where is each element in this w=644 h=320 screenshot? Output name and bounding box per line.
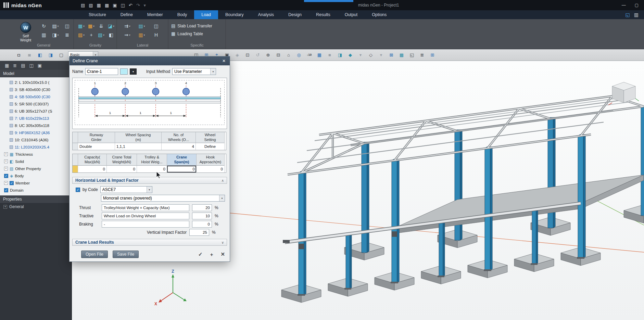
measure-icon[interactable]: ◈	[233, 51, 241, 59]
table-cell[interactable]: Double	[78, 143, 115, 150]
tree-item-section[interactable]: 10: C310X45 (A36)	[1, 136, 72, 143]
monitor-icon[interactable]: ⊞	[429, 51, 436, 59]
list-icon[interactable]: ≣	[418, 51, 426, 59]
param-value-input[interactable]: 10	[192, 213, 212, 219]
wire-drop-icon[interactable]: ▾	[377, 51, 385, 59]
undo-icon[interactable]: ↶	[129, 3, 132, 8]
tree-item-section[interactable]: 11: L203X203X25.4	[1, 143, 72, 151]
clip-icon[interactable]: ⊟	[275, 51, 282, 59]
tree-item-section[interactable]: 4: SB 500x500 (C30	[1, 93, 72, 100]
prestress-load-icon[interactable]: ▨▾	[77, 31, 86, 39]
section-crane-load-results[interactable]: Crane Load Results ∨	[72, 239, 227, 246]
tab-define[interactable]: Define	[113, 10, 140, 19]
response-spectrum-icon[interactable]: ◫	[149, 22, 163, 30]
param-description-input[interactable]: Trolley/Hoist Weight + Capacity (Max)	[102, 204, 189, 211]
construction-stage-icon[interactable]: ▥	[38, 31, 49, 39]
tab-options[interactable]: Options	[365, 10, 394, 19]
view-drop-icon[interactable]: ▾	[357, 51, 364, 59]
load-table-icon[interactable]: ≣	[62, 31, 73, 39]
input-method-select[interactable]: Use Parameter ▾	[172, 68, 216, 75]
loading-table-button[interactable]: ▦ Loading Table	[171, 30, 226, 38]
redo-icon[interactable]: ↷	[136, 3, 140, 8]
table-cell[interactable]: Define	[196, 143, 225, 150]
tree-item-section[interactable]: 9: HP360X152 (A36	[1, 129, 72, 136]
param-description-input[interactable]: -	[102, 221, 189, 228]
wireframe-icon[interactable]: ◇	[367, 51, 375, 59]
display-option-icon[interactable]: ⊠	[388, 51, 395, 59]
expand-icon[interactable]: +	[3, 205, 7, 209]
dynamic-load-icon[interactable]: +	[87, 31, 96, 39]
checkbox-checked-icon[interactable]: ✓	[10, 181, 14, 185]
tab-member[interactable]: Member	[140, 10, 170, 19]
save-all-icon[interactable]: ▩	[105, 3, 109, 8]
tag-icon[interactable]: ⊡	[244, 51, 251, 59]
code-select[interactable]: ASCE7 ▾	[100, 186, 152, 193]
tree-node[interactable]: + ◧ Solid	[1, 158, 72, 165]
report-icon[interactable]: ◫	[29, 63, 34, 68]
tree-item-section[interactable]: 8: UC 305x305x118	[1, 122, 72, 129]
solid-view-icon[interactable]: ■	[326, 51, 333, 59]
table-cell[interactable]: 0	[78, 166, 107, 172]
slab-load-transfer-button[interactable]: ▤ Slab Load Transfer	[171, 22, 226, 30]
material-view-icon[interactable]: ◆	[346, 51, 354, 59]
load-combo-icon[interactable]: ◫	[62, 22, 73, 30]
tree-item-section[interactable]: 7: UB 610x229x113	[1, 115, 72, 122]
section-horizontal-load[interactable]: Horizontal Load & Impact Factor ∧	[72, 177, 227, 184]
expand-icon[interactable]: +	[4, 152, 8, 156]
param-value-input[interactable]: 20	[192, 204, 212, 211]
iso-view-icon[interactable]: ◧	[36, 51, 44, 59]
tab-output[interactable]: Output	[338, 10, 365, 19]
export-icon[interactable]: ◫	[121, 3, 125, 8]
moving-load-icon[interactable]: ◨▾	[50, 31, 61, 39]
save-icon[interactable]: ▦	[97, 3, 101, 8]
load-case-icon[interactable]: ▤▾	[50, 22, 61, 30]
scale-icon[interactable]: ↓10	[305, 51, 313, 59]
table-cell[interactable]: 1,1,1	[115, 143, 162, 150]
flag-icon[interactable]: ⊕	[264, 51, 272, 59]
tab-load[interactable]: Load	[194, 10, 218, 19]
tree-node[interactable]: ✓ Domain	[1, 187, 72, 194]
row-gutter[interactable]	[73, 143, 78, 150]
maximize-button[interactable]: ▢	[635, 3, 639, 8]
story-load-icon[interactable]: H	[149, 31, 163, 39]
properties-panel-header[interactable]: Properties	[0, 195, 72, 203]
param-description-input[interactable]: Wheel Load on Driving Wheel	[102, 213, 189, 219]
checkbox-checked-icon[interactable]: ✓	[4, 174, 8, 178]
color-dropdown-button[interactable]: ▾	[130, 68, 137, 75]
table-cell[interactable]: 4	[162, 143, 196, 150]
tables-icon[interactable]: ▤	[21, 63, 25, 68]
expand-icon[interactable]: +	[4, 167, 8, 170]
crane-type-select[interactable]: Monorail cranes (powered) ▾	[101, 195, 225, 202]
tab-design[interactable]: Design	[281, 10, 309, 19]
pushover-icon[interactable]: ▥▾	[135, 31, 149, 39]
confirm-icon[interactable]: ✓	[198, 251, 203, 257]
views-icon[interactable]: ≣	[13, 63, 17, 68]
unlock-icon[interactable]: ◙	[26, 51, 33, 59]
crane-color-swatch[interactable]	[120, 68, 128, 75]
saved-view-icon[interactable]: ◨	[336, 51, 344, 59]
wind-load-icon[interactable]: ⇉▾	[121, 22, 134, 30]
tree-item-section[interactable]: 5: SR 500 (C30/37)	[1, 100, 72, 107]
front-view-icon[interactable]: ◨	[47, 51, 54, 59]
lock-icon[interactable]: ◘	[15, 51, 23, 59]
tree-node[interactable]: + ✓ Member	[1, 179, 72, 187]
expand-icon[interactable]: +	[4, 159, 8, 163]
multi-load-icon[interactable]: ◧	[106, 31, 116, 39]
render-icon[interactable]: ▩	[398, 51, 405, 59]
select-window-icon[interactable]: ▢	[58, 51, 65, 59]
mesh-icon[interactable]: ▦	[316, 51, 323, 59]
customize-quickbar-icon[interactable]: ▾	[144, 3, 146, 8]
capture-icon[interactable]: ◱	[408, 51, 416, 59]
vertical-impact-factor-input[interactable]: 25	[189, 229, 209, 236]
refresh-icon[interactable]: ↺	[254, 51, 262, 59]
seismic-load-icon[interactable]: ▤▾	[135, 22, 149, 30]
open-file-icon[interactable]: ▧	[89, 3, 93, 8]
settlement-load-icon[interactable]: ▧▾	[97, 31, 106, 39]
dialog-title-bar[interactable]: Define Crane ✕	[70, 56, 230, 65]
add-icon[interactable]: +	[210, 252, 213, 257]
temperature-load-icon[interactable]: ◪▾	[106, 22, 116, 30]
time-history-icon[interactable]: ⇒▾	[121, 31, 134, 39]
share-screen-icon[interactable]: ◱	[626, 12, 630, 17]
nodal-load-icon[interactable]: ▦▾	[77, 22, 86, 30]
tab-boundary[interactable]: Boundary	[218, 10, 251, 19]
